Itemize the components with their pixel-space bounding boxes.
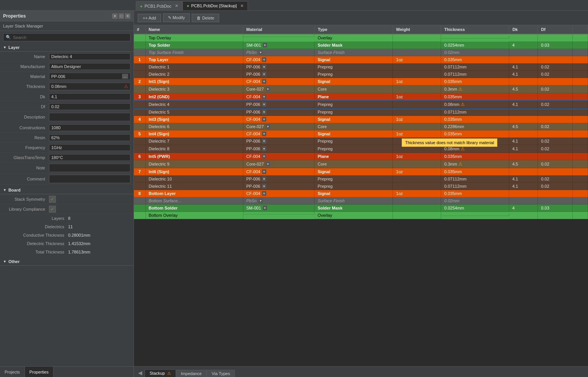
row-weight-cell: 1oz xyxy=(393,153,441,160)
material-dropdown-button[interactable]: ▾ xyxy=(262,154,266,159)
search-input[interactable] xyxy=(13,35,128,40)
material-dropdown-button[interactable]: ▾ xyxy=(266,87,270,91)
stackup-tab-label: Stackup xyxy=(150,371,165,375)
table-row[interactable]: 3Int2 (GND)CF-004▾Plane1oz0.035mm xyxy=(134,93,588,101)
row-weight-cell xyxy=(393,71,441,78)
material-dropdown-button[interactable]: ▾ xyxy=(262,117,266,122)
df-value[interactable]: 0.02 xyxy=(49,103,130,110)
table-row[interactable]: Dielectric 7PP-006▾Prepreg0.07112mm4.10.… xyxy=(134,138,588,145)
material-dropdown-button[interactable]: ▾ xyxy=(262,94,266,99)
stackup-table-container: Thickness value does not match library m… xyxy=(134,25,588,366)
row-type-cell: Core xyxy=(314,123,393,130)
table-row[interactable]: 6Int5 (PWR)CF-004▾Plane1oz0.035mm xyxy=(134,153,588,160)
delete-button[interactable]: 🗑 Delete xyxy=(192,14,219,22)
tab-pcb1-stackup[interactable]: ● PCB1.PcbDoc [Stackup] ✕ xyxy=(182,1,248,10)
row-name-cell: Dielectric 7 xyxy=(145,138,243,145)
material-dropdown-button[interactable]: ▾ xyxy=(262,169,266,174)
material-dropdown-button[interactable]: ▾ xyxy=(266,124,270,129)
row-df-cell xyxy=(538,56,573,63)
dk-value[interactable]: 4.1 xyxy=(49,93,130,100)
table-row[interactable]: Dielectric 11PP-006▾Prepreg0.07112mm4.10… xyxy=(134,183,588,190)
tab-pcb1-close[interactable]: ✕ xyxy=(175,3,178,8)
row-dk-cell: 4 xyxy=(509,42,538,49)
table-row[interactable]: Top OverlayOverlay xyxy=(134,34,588,42)
tab-impedance[interactable]: Impedance xyxy=(176,370,207,377)
table-row[interactable]: Bottom OverlayOverlay xyxy=(134,212,588,219)
material-dropdown-button[interactable]: ▾ xyxy=(259,198,263,203)
material-dropdown-button[interactable]: ▾ xyxy=(262,65,266,69)
manufacturer-value[interactable]: Altium Designer xyxy=(49,63,130,70)
projects-nav-tab[interactable]: Projects xyxy=(0,367,25,377)
material-dropdown-button[interactable]: ▾ xyxy=(262,72,266,76)
library-compliance-checkbox[interactable]: ✓ xyxy=(49,206,56,213)
add-button[interactable]: + + Add xyxy=(138,14,161,22)
tab-pcb1[interactable]: ● PCB1.PcbDoc ✕ xyxy=(136,1,182,10)
material-dropdown-button[interactable]: ▾ xyxy=(262,132,266,136)
table-row[interactable]: Bottom Surface...PbSn▾Surface Finish0.02… xyxy=(134,197,588,205)
note-value[interactable] xyxy=(49,164,130,172)
table-row[interactable]: Dielectric 3Core-027▾Core0.3mm⚠4.50.02 xyxy=(134,85,588,93)
glasstranstemp-value[interactable]: 180°C xyxy=(49,154,130,161)
material-dropdown-button[interactable]: ▾ xyxy=(262,110,266,114)
modify-button[interactable]: ✎ Modify xyxy=(163,13,190,22)
panel-float-button[interactable]: □ xyxy=(119,13,124,19)
col-df: Df xyxy=(538,25,573,34)
row-material-cell: CF-004▾ xyxy=(243,153,315,160)
comment-value[interactable] xyxy=(49,175,130,183)
material-dropdown-button[interactable]: ▾ xyxy=(262,79,266,84)
table-row[interactable]: 5Int4 (Sign)CF-004▾Signal1oz0.035mm xyxy=(134,130,588,138)
material-dropdown-button[interactable]: ▾ xyxy=(262,146,266,151)
name-value[interactable]: Dielectric 4 xyxy=(49,53,130,60)
table-row[interactable]: Dielectric 6Core-027▾Core0.2286mm4.50.02 xyxy=(134,123,588,130)
table-row[interactable]: Dielectric 10PP-006▾Prepreg0.07112mm4.10… xyxy=(134,176,588,183)
table-row[interactable]: Top SolderSM-001▾Solder Mask0.0254mm40.0… xyxy=(134,42,588,49)
table-row[interactable]: Dielectric 4PP-006▾Prepreg0.08mm⚠4.10.02 xyxy=(134,101,588,109)
bottom-tabs-left-arrow[interactable]: ◀ xyxy=(136,369,145,377)
material-dropdown-button[interactable]: ▾ xyxy=(262,57,266,62)
thickness-value[interactable]: 0.08mm ⚠ xyxy=(49,83,130,90)
table-row[interactable]: Bottom SolderSM-001▾Solder Mask0.0254mm4… xyxy=(134,205,588,212)
properties-nav-tab[interactable]: Properties xyxy=(25,367,54,377)
panel-close-button[interactable]: ✕ xyxy=(125,13,130,19)
description-value[interactable] xyxy=(49,113,130,121)
material-dropdown-button[interactable]: ▾ xyxy=(263,43,267,47)
table-row[interactable]: Dielectric 5PP-006▾Prepreg0.07112mm xyxy=(134,109,588,116)
table-row[interactable]: Dielectric 8PP-006▾Prepreg0.08mm⚠4.10.02 xyxy=(134,145,588,153)
row-weight-cell xyxy=(393,42,441,49)
material-dropdown-button[interactable]: ▾ xyxy=(259,50,263,55)
row-name-cell: Dielectric 6 xyxy=(145,123,243,130)
frequency-value[interactable]: 1GHz xyxy=(49,144,130,151)
material-browse-button[interactable]: ... xyxy=(122,74,128,79)
section-other-header[interactable]: ▼ Other xyxy=(0,258,134,266)
material-dropdown-button[interactable]: ▾ xyxy=(262,102,266,107)
material-dropdown-button[interactable]: ▾ xyxy=(263,206,267,210)
table-row[interactable]: Dielectric 2PP-006▾Prepreg0.07112mm4.10.… xyxy=(134,71,588,78)
modify-label: ✎ Modify xyxy=(168,15,185,20)
material-dropdown-button[interactable]: ▾ xyxy=(262,177,266,181)
row-num-cell xyxy=(134,109,145,116)
material-dropdown-button[interactable]: ▾ xyxy=(262,139,266,143)
stack-symmetry-checkbox[interactable]: ✓ xyxy=(49,196,56,203)
row-thickness-cell: 0.035mm xyxy=(441,190,509,197)
section-layer-header[interactable]: ▼ Layer xyxy=(0,44,134,52)
tab-stackup[interactable]: Stackup ⚠ xyxy=(145,369,176,377)
material-dropdown-button[interactable]: ▾ xyxy=(262,191,266,196)
material-dropdown-button[interactable]: ▾ xyxy=(266,162,270,166)
table-row[interactable]: 7Int6 (Sign)CF-004▾Signal1oz0.035mm xyxy=(134,168,588,176)
table-row[interactable]: 4Int3 (Sign)CF-004▾Signal1oz0.035mm xyxy=(134,116,588,123)
table-row[interactable]: 1Top LayerCF-004▾Signal1oz0.035mm xyxy=(134,56,588,63)
section-board-header[interactable]: ▼ Board xyxy=(0,186,134,194)
table-row[interactable]: Top Surface FinishPbSn▾Surface Finish0.0… xyxy=(134,49,588,56)
tab-pcb1-stackup-close[interactable]: ✕ xyxy=(240,3,244,8)
library-compliance-check-icon: ✓ xyxy=(50,206,54,212)
table-row[interactable]: Dielectric 9Core-027▾Core0.3mm⚠4.50.02 xyxy=(134,160,588,168)
constructions-value[interactable]: 1080 xyxy=(49,124,130,131)
material-dropdown-button[interactable]: ▾ xyxy=(262,184,266,188)
material-value[interactable]: PP-006 ... xyxy=(49,73,130,80)
panel-pin-button[interactable]: ▾ xyxy=(112,13,117,19)
tab-via-types[interactable]: Via Types xyxy=(207,370,235,377)
table-row[interactable]: Dielectric 1PP-006▾Prepreg0.07112mm4.10.… xyxy=(134,63,588,71)
table-row[interactable]: 8Bottom LayerCF-004▾Signal1oz0.035mm xyxy=(134,190,588,197)
table-row[interactable]: 2Int1 (Sign)CF-004▾Signal1oz0.035mm xyxy=(134,78,588,85)
resin-value[interactable]: 62% xyxy=(49,134,130,141)
